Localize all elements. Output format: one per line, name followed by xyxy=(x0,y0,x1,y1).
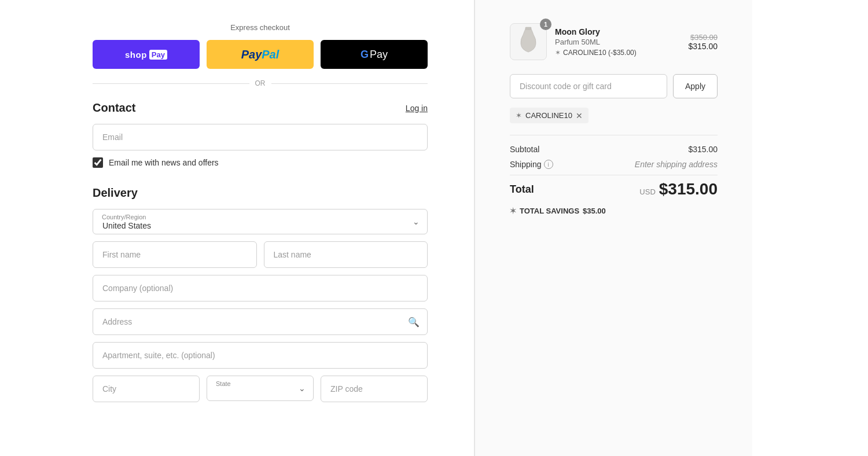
contact-section-header: Contact Log in xyxy=(93,101,428,115)
product-row: 1 Moon Glory Parfum 50ML ✶ CAROLINE10 (-… xyxy=(510,23,718,60)
newsletter-checkbox[interactable] xyxy=(93,157,103,168)
last-name-form-group xyxy=(264,241,428,268)
discount-row: Apply xyxy=(510,74,718,98)
first-name-form-group xyxy=(93,241,257,268)
express-buttons-group: shop Pay Pay Pal G Pay xyxy=(93,40,428,69)
coupon-remove-button[interactable]: ✕ xyxy=(576,112,583,120)
subtotal-value: $315.00 xyxy=(688,145,718,154)
total-value: $315.00 xyxy=(659,180,718,198)
product-info: Moon Glory Parfum 50ML ✶ CAROLINE10 (-$3… xyxy=(555,27,680,57)
coupon-code-text: CAROLINE10 xyxy=(525,111,572,120)
savings-label: TOTAL SAVINGS xyxy=(520,207,579,215)
company-form-group xyxy=(93,275,428,301)
city-form-group xyxy=(93,376,200,402)
email-field[interactable] xyxy=(93,124,428,150)
express-checkout-label: Express checkout xyxy=(93,23,428,32)
apartment-form-group xyxy=(93,342,428,369)
totals-section: Subtotal $315.00 Shipping i Enter shippi… xyxy=(510,135,718,169)
product-vase-svg xyxy=(518,27,539,57)
tag-icon: ✶ xyxy=(555,49,561,57)
zip-field[interactable] xyxy=(321,376,428,402)
shipping-value: Enter shipping address xyxy=(635,160,718,169)
subtotal-label: Subtotal xyxy=(510,145,539,154)
country-select-wrapper: Country/Region United States ⌄ xyxy=(93,209,428,234)
svg-rect-0 xyxy=(525,27,531,30)
coupon-tag: ✶ CAROLINE10 ✕ xyxy=(510,108,589,123)
email-form-group xyxy=(93,124,428,150)
apartment-field[interactable] xyxy=(93,342,428,369)
first-name-field[interactable] xyxy=(93,241,257,268)
checkout-left-panel: Express checkout shop Pay Pay Pal G Pay … xyxy=(0,0,475,456)
shipping-row: Shipping i Enter shipping address xyxy=(510,160,718,169)
contact-title: Contact xyxy=(93,101,135,115)
or-divider: OR xyxy=(93,79,428,87)
state-select-wrapper: State ⌄ xyxy=(207,376,314,401)
apply-discount-button[interactable]: Apply xyxy=(673,74,718,98)
state-form-group: State ⌄ xyxy=(207,376,314,402)
savings-row: ✶ TOTAL SAVINGS $35.00 xyxy=(510,207,718,215)
total-value-wrapper: USD $315.00 xyxy=(639,180,718,198)
product-price-col: $350.00 $315.00 xyxy=(688,33,718,51)
product-name: Moon Glory xyxy=(555,27,680,36)
newsletter-row: Email me with news and offers xyxy=(93,157,428,168)
name-row xyxy=(93,241,428,275)
company-field[interactable] xyxy=(93,275,428,301)
savings-tag-icon: ✶ xyxy=(510,207,516,215)
country-select[interactable]: United States xyxy=(93,209,428,234)
shop-pay-button[interactable]: shop Pay xyxy=(93,40,200,69)
product-image-wrapper: 1 xyxy=(510,23,547,60)
total-row: Total USD $315.00 xyxy=(510,175,718,198)
city-state-zip-row: State ⌄ xyxy=(93,376,428,409)
paypal-button[interactable]: Pay Pal xyxy=(207,40,314,69)
address-field[interactable] xyxy=(93,308,428,335)
order-summary-panel: 1 Moon Glory Parfum 50ML ✶ CAROLINE10 (-… xyxy=(475,0,752,456)
total-currency: USD xyxy=(639,187,655,196)
total-label: Total xyxy=(510,183,534,196)
coupon-tag-icon: ✶ xyxy=(516,111,522,120)
newsletter-label: Email me with news and offers xyxy=(109,158,219,167)
product-original-price: $350.00 xyxy=(688,33,718,42)
city-field[interactable] xyxy=(93,376,200,402)
product-current-price: $315.00 xyxy=(688,42,718,51)
shipping-label: Shipping i xyxy=(510,160,553,169)
country-form-group: Country/Region United States ⌄ xyxy=(93,209,428,234)
state-select[interactable] xyxy=(207,376,314,401)
savings-value: $35.00 xyxy=(583,207,606,215)
gpay-button[interactable]: G Pay xyxy=(321,40,428,69)
discount-code-input[interactable] xyxy=(510,74,667,98)
subtotal-row: Subtotal $315.00 xyxy=(510,145,718,154)
product-variant: Parfum 50ML xyxy=(555,38,680,46)
address-form-group: 🔍 xyxy=(93,308,428,335)
shipping-info-icon[interactable]: i xyxy=(544,160,553,169)
product-quantity-badge: 1 xyxy=(540,19,551,30)
delivery-title: Delivery xyxy=(93,186,428,200)
login-link[interactable]: Log in xyxy=(406,104,428,113)
product-discount-badge: ✶ CAROLINE10 (-$35.00) xyxy=(555,49,680,57)
product-discount-text: CAROLINE10 (-$35.00) xyxy=(563,49,637,57)
zip-form-group xyxy=(321,376,428,402)
product-image xyxy=(510,23,547,60)
last-name-field[interactable] xyxy=(264,241,428,268)
